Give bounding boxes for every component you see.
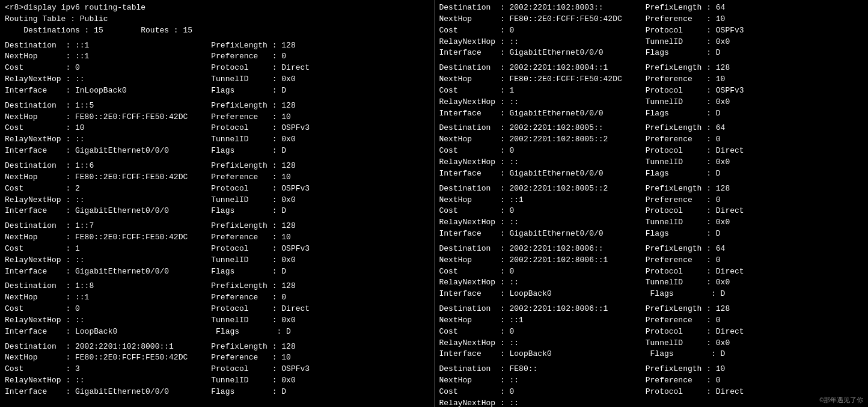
entry-6-dest: Destination : 2002:2201:102:8000::1 Pref… [5,341,429,353]
cmd-line: <r8>display ipv6 routing-table [5,2,429,14]
r-entry-3-cost: Cost : 0 Protocol : Direct [439,145,864,157]
routing-table-label: Routing Table : Public [5,14,429,25]
r-entry-5-cost: Cost : 0 Protocol : Direct [439,266,864,278]
r-entry-6-dest: Destination : 2002:2201:102:8006::1 Pref… [439,304,864,315]
r-entry-3-relay: RelayNextHop : :: TunnelID : 0x0 [439,157,864,168]
r-entry-7-nexthop: NextHop : :: Preference : 0 [439,375,864,387]
entry-2-iface: Interface : GigabitEthernet0/0/0 Flags :… [5,145,429,157]
entry-1-nexthop: NextHop : ::1 Preference : 0 [5,51,429,63]
entry-4-iface: Interface : GigabitEthernet0/0/0 Flags :… [5,266,429,278]
r-entry-6-relay: RelayNextHop : :: TunnelID : 0x0 [439,338,864,349]
entry-3-dest: Destination : 1::6 PrefixLength : 128 [5,161,429,172]
r-entry-7-cost: Cost : 0 Protocol : Direct [439,387,864,398]
entry-1-cost: Cost : 0 Protocol : Direct [5,63,429,74]
entry-6-nexthop: NextHop : FE80::2E0:FCFF:FE50:42DC Prefe… [5,352,429,364]
watermark: ©那年遇见了你 [819,396,863,406]
entry-3-iface: Interface : GigabitEthernet0/0/0 Flags :… [5,206,429,217]
entry-1-relay: RelayNextHop : :: TunnelID : 0x0 [5,74,429,85]
r-entry-6-iface: Interface : LoopBack0 Flags : D [439,349,864,360]
r-entry-7-relay: RelayNextHop : :: [439,398,864,407]
r-entry-7-dest: Destination : FE80:: PrefixLength : 10 [439,364,864,375]
r-entry-1-iface: Interface : GigabitEthernet0/0/0 Flags :… [439,47,864,59]
terminal-window: <r8>display ipv6 routing-table Routing T… [0,0,868,407]
r-entry-3-nexthop: NextHop : 2002:2201:102:8005::2 Preferen… [439,134,864,145]
entry-4-nexthop: NextHop : FE80::2E0:FCFF:FE50:42DC Prefe… [5,232,429,243]
entry-3-nexthop: NextHop : FE80::2E0:FCFF:FE50:42DC Prefe… [5,172,429,183]
r-entry-2-cost: Cost : 1 Protocol : OSPFv3 [439,85,864,97]
r-entry-5-relay: RelayNextHop : :: TunnelID : 0x0 [439,277,864,289]
r-entry-1-relay: RelayNextHop : :: TunnelID : 0x0 [439,37,864,48]
r-entry-6-cost: Cost : 0 Protocol : Direct [439,326,864,338]
entry-6-relay: RelayNextHop : :: TunnelID : 0x0 [5,375,429,387]
entry-2-relay: RelayNextHop : :: TunnelID : 0x0 [5,134,429,145]
entry-4-cost: Cost : 1 Protocol : OSPFv3 [5,243,429,255]
r-entry-5-nexthop: NextHop : 2002:2201:102:8006::1 Preferen… [439,255,864,266]
r-entry-3-dest: Destination : 2002:2201:102:8005:: Prefi… [439,123,864,134]
r-entry-2-nexthop: NextHop : FE80::2E0:FCFF:FE50:42DC Prefe… [439,74,864,85]
destinations-routes: Destinations : 15 Routes : 15 [5,25,429,37]
left-column: <r8>display ipv6 routing-table Routing T… [0,0,435,407]
r-entry-4-cost: Cost : 0 Protocol : Direct [439,206,864,217]
entry-5-dest: Destination : 1::8 PrefixLength : 128 [5,281,429,292]
r-entry-4-nexthop: NextHop : ::1 Preference : 0 [439,195,864,206]
entry-4-relay: RelayNextHop : :: TunnelID : 0x0 [5,255,429,266]
r-entry-4-dest: Destination : 2002:2201:102:8005::2 Pref… [439,183,864,195]
r-entry-2-relay: RelayNextHop : :: TunnelID : 0x0 [439,97,864,108]
entry-1-iface: Interface : InLoopBack0 Flags : D [5,85,429,97]
terminal-content: <r8>display ipv6 routing-table Routing T… [0,0,868,407]
r-entry-4-iface: Interface : GigabitEthernet0/0/0 Flags :… [439,228,864,240]
entry-2-dest: Destination : 1::5 PrefixLength : 128 [5,100,429,112]
r-entry-1-nexthop: NextHop : FE80::2E0:FCFF:FE50:42DC Prefe… [439,14,864,25]
entry-5-nexthop: NextHop : ::1 Preference : 0 [5,292,429,304]
r-entry-4-relay: RelayNextHop : :: TunnelID : 0x0 [439,217,864,228]
r-entry-1-dest: Destination : 2002:2201:102:8003:: Prefi… [439,2,864,14]
r-entry-1-cost: Cost : 0 Protocol : OSPFv3 [439,25,864,37]
r-entry-2-dest: Destination : 2002:2201:102:8004::1 Pref… [439,63,864,74]
entry-6-iface: Interface : GigabitEthernet0/0/0 Flags :… [5,387,429,398]
right-column: Destination : 2002:2201:102:8003:: Prefi… [435,0,869,407]
entry-5-relay: RelayNextHop : :: TunnelID : 0x0 [5,315,429,326]
entry-1-dest: Destination : ::1 PrefixLength : 128 [5,40,429,52]
r-entry-3-iface: Interface : GigabitEthernet0/0/0 Flags :… [439,168,864,180]
entry-5-cost: Cost : 0 Protocol : Direct [5,304,429,315]
entry-3-relay: RelayNextHop : :: TunnelID : 0x0 [5,195,429,206]
r-entry-6-nexthop: NextHop : ::1 Preference : 0 [439,315,864,326]
r-entry-5-iface: Interface : LoopBack0 Flags : D [439,289,864,300]
entry-3-cost: Cost : 2 Protocol : OSPFv3 [5,183,429,195]
entry-6-cost: Cost : 3 Protocol : OSPFv3 [5,364,429,375]
r-entry-2-iface: Interface : GigabitEthernet0/0/0 Flags :… [439,108,864,120]
entry-4-dest: Destination : 1::7 PrefixLength : 128 [5,221,429,232]
entry-2-nexthop: NextHop : FE80::2E0:FCFF:FE50:42DC Prefe… [5,112,429,123]
entry-2-cost: Cost : 10 Protocol : OSPFv3 [5,123,429,134]
entry-5-iface: Interface : LoopBack0 Flags : D [5,326,429,338]
r-entry-5-dest: Destination : 2002:2201:102:8006:: Prefi… [439,243,864,255]
